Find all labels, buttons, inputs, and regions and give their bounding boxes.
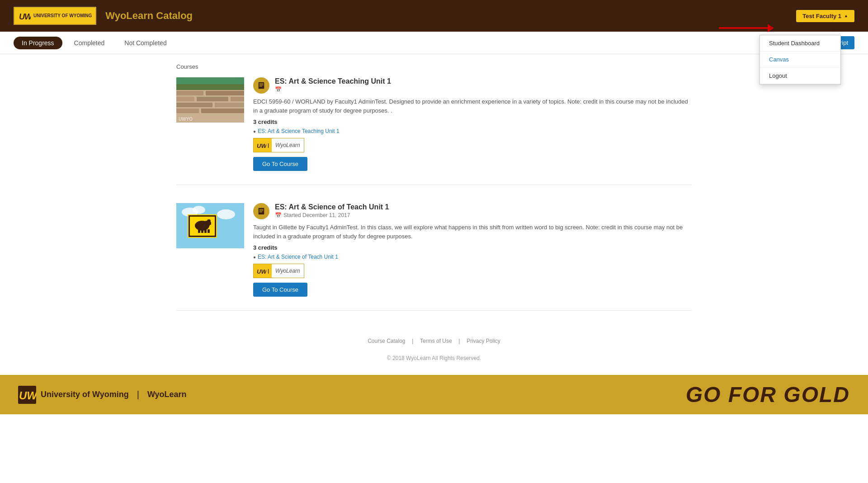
wyolearn-badge-left-1: UW | — [254, 138, 272, 152]
course-title-2: ES: Art & Science of Teach Unit 1 — [275, 203, 692, 211]
course-header-row-1: ES: Art & Science Teaching Unit 1 📅 — [253, 77, 692, 94]
svg-text:UW: UW — [257, 268, 266, 275]
course-icon-2 — [253, 203, 269, 219]
wyolearn-badge-left-2: UW | — [254, 264, 272, 278]
course-image-1-svg: UWYO — [176, 77, 244, 123]
dropdown-logout[interactable]: Logout — [760, 68, 840, 84]
course-date-text-2: Started December 11, 2017 — [283, 212, 350, 218]
bottom-banner-goforgold: GO FOR GOLD — [686, 382, 850, 407]
svg-rect-36 — [208, 222, 211, 225]
badge-separator-1: | — [268, 142, 269, 148]
wyolearn-badge-1: UW | WyoLearn — [253, 138, 304, 152]
svg-rect-14 — [201, 109, 244, 113]
book-icon-1 — [257, 81, 265, 90]
bottom-uw-logo-icon: UW — [18, 386, 36, 404]
course-title-1: ES: Art & Science Teaching Unit 1 — [275, 77, 692, 85]
arrow-indicator — [719, 27, 769, 29]
course-card-1: UWYO ES: Art & Science Teaching Unit 1 📅 — [176, 77, 692, 185]
svg-rect-33 — [204, 229, 207, 233]
svg-rect-4 — [176, 77, 244, 84]
tab-not-completed[interactable]: Not Completed — [116, 37, 175, 49]
svg-rect-39 — [259, 210, 264, 211]
catalog-title: WyoLearn Catalog — [105, 10, 796, 22]
book-icon-2 — [257, 207, 265, 215]
course-thumbnail-1: UWYO — [176, 77, 244, 123]
dropdown-canvas[interactable]: Canvas — [760, 52, 840, 68]
svg-point-25 — [217, 209, 235, 219]
tab-completed[interactable]: Completed — [66, 37, 113, 49]
svg-rect-8 — [176, 97, 194, 101]
svg-rect-6 — [176, 91, 203, 95]
course-body-1: ES: Art & Science Teaching Unit 1 📅 EDCI… — [253, 77, 692, 171]
course-card-2: ES: Art & Science of Teach Unit 1 📅 Star… — [176, 203, 692, 311]
footer-links: Course Catalog | Terms of Use | Privacy … — [176, 329, 692, 353]
course-desc-1: EDCI 5959-60 / WORLAND by Faculty1 Admin… — [253, 97, 692, 115]
dropdown-menu: Student Dashboard Canvas Logout — [760, 35, 841, 85]
course-image-2-svg — [176, 203, 244, 248]
svg-rect-12 — [215, 103, 244, 107]
dropdown-student-dashboard[interactable]: Student Dashboard — [760, 35, 840, 52]
badge-wyolearn-text-1: WyoLearn — [272, 140, 304, 150]
uw-small-icon-1: UW — [256, 140, 266, 150]
svg-rect-18 — [259, 85, 264, 85]
course-desc-2: Taught in Gillette by Faculty1 AdminTest… — [253, 223, 692, 241]
footer-copyright: © 2018 WyoLearn All Rights Reserved. — [176, 355, 692, 361]
bottom-banner-sep: | — [137, 389, 139, 400]
course-date-2: 📅 Started December 11, 2017 — [275, 212, 692, 218]
svg-rect-31 — [198, 229, 200, 233]
section-label: Courses — [176, 63, 692, 70]
svg-point-24 — [193, 206, 205, 214]
badge-wyolearn-text-2: WyoLearn — [272, 266, 304, 276]
svg-text:UW: UW — [257, 142, 266, 149]
go-to-course-btn-1[interactable]: Go To Course — [253, 157, 307, 171]
logo-box: U W UNIVERSITY OF WYOMING — [14, 7, 96, 25]
footer-privacy-policy[interactable]: Privacy Policy — [467, 338, 500, 344]
footer-terms-of-use[interactable]: Terms of Use — [420, 338, 452, 344]
svg-text:W: W — [24, 12, 31, 21]
svg-rect-11 — [176, 103, 212, 107]
svg-text:UW: UW — [19, 389, 36, 402]
svg-rect-17 — [259, 84, 264, 84]
tab-in-progress[interactable]: In Progress — [14, 37, 62, 49]
main-content: Courses UWYO — [163, 54, 705, 370]
header-right: Test Faculty 1 Student Dashboard Canvas … — [796, 10, 854, 22]
calendar-icon-2: 📅 — [275, 212, 282, 218]
badge-separator-2: | — [268, 268, 269, 274]
course-thumbnail-2 — [176, 203, 244, 297]
course-header-row-2: ES: Art & Science of Teach Unit 1 📅 Star… — [253, 203, 692, 219]
uw-small-icon-2: UW — [256, 266, 266, 276]
logo-container: U W UNIVERSITY OF WYOMING — [14, 7, 96, 25]
course-link-2[interactable]: ES: Art & Science of Teach Unit 1 — [253, 254, 692, 260]
wyolearn-badge-2: UW | WyoLearn — [253, 264, 304, 278]
course-body-2: ES: Art & Science of Teach Unit 1 📅 Star… — [253, 203, 692, 297]
svg-rect-9 — [197, 97, 228, 101]
course-link-1[interactable]: ES: Art & Science Teaching Unit 1 — [253, 128, 692, 134]
svg-rect-37 — [259, 208, 264, 214]
svg-rect-13 — [176, 109, 199, 113]
uw-logo-icon: U W — [18, 9, 31, 22]
svg-rect-32 — [201, 229, 203, 233]
course-date-1: 📅 — [275, 86, 692, 93]
bottom-banner-left: UW University of Wyoming | WyoLearn — [18, 386, 187, 404]
course-title-area-1: ES: Art & Science Teaching Unit 1 📅 — [275, 77, 692, 93]
course-credits-2: 3 credits — [253, 244, 692, 251]
course-icon-1 — [253, 77, 269, 94]
course-title-area-2: ES: Art & Science of Teach Unit 1 📅 Star… — [275, 203, 692, 218]
go-to-course-btn-2[interactable]: Go To Course — [253, 283, 307, 297]
user-menu-button[interactable]: Test Faculty 1 — [796, 10, 854, 22]
tabs-bar: In Progress Completed Not Completed PDF … — [0, 32, 868, 54]
bottom-banner: UW University of Wyoming | WyoLearn GO F… — [0, 375, 868, 414]
logo-text: UNIVERSITY OF WYOMING — [33, 13, 92, 19]
svg-rect-40 — [259, 212, 262, 212]
course-credits-1: 3 credits — [253, 118, 692, 125]
svg-rect-10 — [231, 97, 244, 101]
svg-rect-7 — [206, 91, 244, 95]
svg-rect-19 — [259, 86, 262, 86]
calendar-icon-1: 📅 — [275, 86, 282, 93]
svg-text:UWYO: UWYO — [179, 117, 193, 122]
bottom-banner-university: University of Wyoming — [41, 390, 129, 399]
svg-rect-16 — [259, 82, 264, 89]
svg-rect-38 — [259, 209, 264, 210]
footer-course-catalog[interactable]: Course Catalog — [368, 338, 405, 344]
bottom-banner-wyolearn: WyoLearn — [147, 390, 187, 399]
